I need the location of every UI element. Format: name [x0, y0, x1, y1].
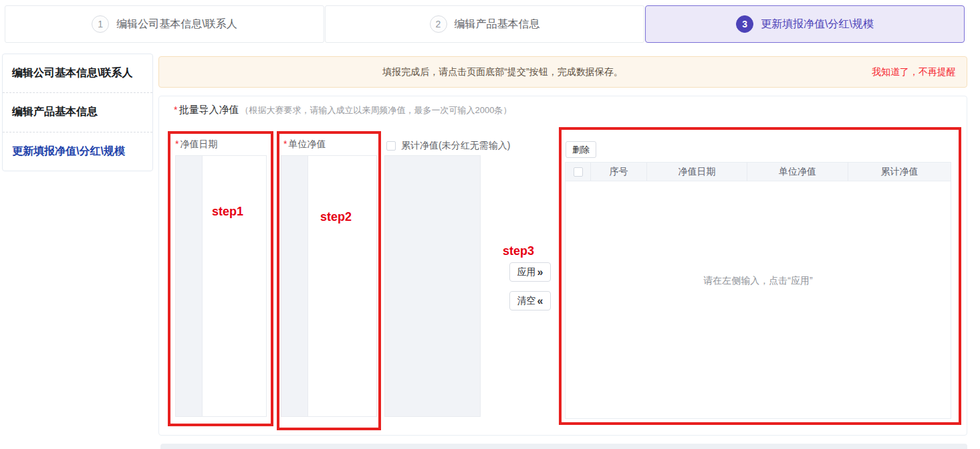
net-value-table: 序号 净值日期 单位净值 累计净值 请在左侧输入，点击“应用”: [565, 162, 951, 419]
apply-button-label: 应用: [517, 266, 536, 278]
unit-column-label: *单位净值: [283, 139, 326, 151]
notice-bar: 填报完成后，请点击页面底部“提交”按钮，完成数据保存。 我知道了，不再提醒: [158, 56, 967, 88]
table-header-row: 序号 净值日期 单位净值 累计净值: [566, 163, 951, 181]
section-title: *批量导入净值（根据大赛要求，请输入成立以来周频净值，最多一次可输入2000条）: [174, 104, 511, 116]
tab-step-2[interactable]: 2 编辑产品基本信息: [325, 5, 644, 43]
table-header-cumulative: 累计净值: [848, 163, 951, 181]
sidebar-item-product-info[interactable]: 编辑产品基本信息: [3, 92, 152, 131]
tab-step-2-label: 编辑产品基本信息: [455, 17, 540, 31]
table-header-unit: 单位净值: [747, 163, 848, 181]
unit-input-area: [281, 155, 377, 417]
date-input-gutter: [176, 156, 203, 416]
delete-button[interactable]: 删除: [566, 141, 596, 158]
required-asterisk: *: [283, 139, 287, 149]
required-asterisk: *: [175, 139, 178, 149]
annotation-step2-label: step2: [320, 210, 352, 224]
table-header-select: [566, 163, 591, 181]
section-title-text: 批量导入净值: [178, 104, 239, 115]
select-all-checkbox[interactable]: [574, 167, 583, 177]
cumulative-column-header: 累计净值(未分红无需输入): [386, 140, 510, 152]
table-empty-text: 请在左侧输入，点击“应用”: [566, 275, 951, 287]
next-section-divider: [160, 444, 967, 449]
tab-step-1[interactable]: 1 编辑公司基本信息\联系人: [5, 5, 324, 43]
date-column-label: *净值日期: [175, 139, 217, 151]
step-2-number-badge: 2: [430, 15, 447, 33]
cumulative-input-area-disabled: [384, 155, 481, 417]
apply-button[interactable]: 应用 »: [509, 262, 551, 282]
notice-dismiss-link[interactable]: 我知道了，不再提醒: [872, 57, 956, 87]
notice-message: 填报完成后，请点击页面底部“提交”按钮，完成数据保存。: [159, 57, 846, 87]
clear-button[interactable]: 清空 «: [509, 291, 551, 310]
annotation-step3-label: step3: [503, 244, 534, 258]
step-3-number-badge: 3: [736, 15, 753, 33]
sidebar-item-update-nav[interactable]: 更新填报净值\分红\规模: [3, 132, 152, 171]
double-chevron-left-icon: «: [537, 296, 543, 306]
tab-step-1-label: 编辑公司基本信息\联系人: [116, 17, 237, 31]
double-chevron-right-icon: »: [537, 267, 543, 278]
table-header-seq: 序号: [591, 163, 647, 181]
step-1-number-badge: 1: [92, 15, 109, 33]
sidebar-item-company-info[interactable]: 编辑公司基本信息\联系人: [3, 54, 152, 92]
unit-input-textarea[interactable]: [308, 156, 376, 416]
date-input-textarea[interactable]: [203, 156, 266, 416]
required-asterisk: *: [174, 104, 177, 115]
tab-step-3-label: 更新填报净值\分红\规模: [761, 17, 874, 31]
section-hint: （根据大赛要求，请输入成立以来周频净值，最多一次可输入2000条）: [240, 105, 511, 115]
date-input-area: [175, 155, 267, 417]
cumulative-checkbox[interactable]: [386, 141, 396, 151]
clear-button-label: 清空: [517, 295, 536, 307]
unit-input-gutter: [281, 156, 308, 416]
cumulative-column-label: 累计净值(未分红无需输入): [401, 140, 510, 152]
annotation-step1-label: step1: [212, 205, 243, 219]
sidebar: 编辑公司基本信息\联系人 编辑产品基本信息 更新填报净值\分红\规模: [2, 54, 153, 171]
tab-step-3[interactable]: 3 更新填报净值\分红\规模: [645, 5, 965, 43]
table-header-date: 净值日期: [647, 163, 747, 181]
table-body: 请在左侧输入，点击“应用”: [566, 181, 951, 419]
